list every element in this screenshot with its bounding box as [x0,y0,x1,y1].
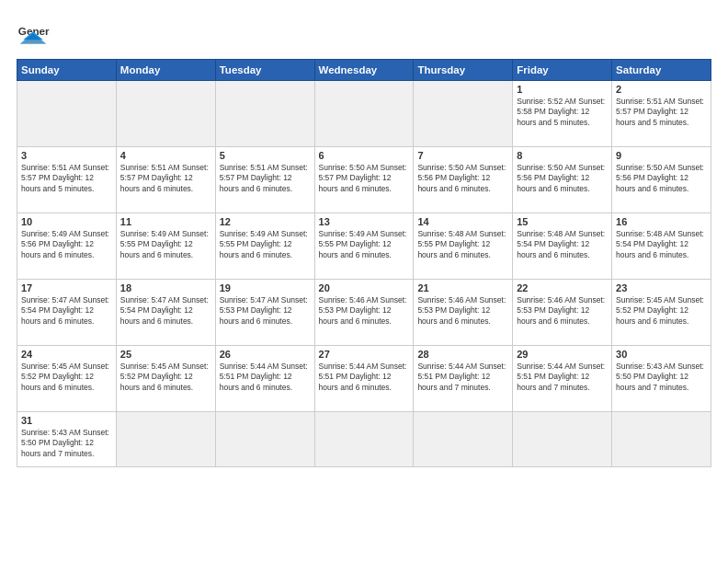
day-info: Sunrise: 5:43 AM Sunset: 5:50 PM Dayligh… [616,362,707,393]
calendar-cell: 31Sunrise: 5:43 AM Sunset: 5:50 PM Dayli… [17,412,117,467]
logo: General [17,17,50,50]
calendar-cell: 27Sunrise: 5:44 AM Sunset: 5:51 PM Dayli… [314,346,414,412]
day-info: Sunrise: 5:50 AM Sunset: 5:56 PM Dayligh… [417,163,508,194]
day-info: Sunrise: 5:49 AM Sunset: 5:56 PM Dayligh… [21,229,112,260]
calendar-cell: 24Sunrise: 5:45 AM Sunset: 5:52 PM Dayli… [17,346,117,412]
calendar-cell [314,81,414,147]
day-info: Sunrise: 5:48 AM Sunset: 5:55 PM Dayligh… [417,229,508,260]
calendar-cell: 7Sunrise: 5:50 AM Sunset: 5:56 PM Daylig… [414,147,513,213]
calendar-cell [215,412,314,467]
day-number: 11 [120,216,211,227]
day-number: 27 [319,349,410,360]
day-info: Sunrise: 5:44 AM Sunset: 5:51 PM Dayligh… [517,362,608,393]
day-number: 25 [120,349,211,360]
calendar-cell: 6Sunrise: 5:50 AM Sunset: 5:57 PM Daylig… [314,147,414,213]
calendar-cell [116,81,215,147]
calendar-cell [17,81,117,147]
day-number: 22 [517,282,608,293]
calendar-cell: 1Sunrise: 5:52 AM Sunset: 5:58 PM Daylig… [513,81,612,147]
day-info: Sunrise: 5:44 AM Sunset: 5:51 PM Dayligh… [319,362,410,393]
day-info: Sunrise: 5:51 AM Sunset: 5:57 PM Dayligh… [21,163,112,194]
day-info: Sunrise: 5:46 AM Sunset: 5:53 PM Dayligh… [417,295,508,327]
day-number: 15 [517,216,608,227]
day-info: Sunrise: 5:50 AM Sunset: 5:56 PM Dayligh… [517,163,608,194]
day-info: Sunrise: 5:49 AM Sunset: 5:55 PM Dayligh… [220,229,311,260]
day-info: Sunrise: 5:47 AM Sunset: 5:54 PM Dayligh… [120,295,211,327]
day-info: Sunrise: 5:51 AM Sunset: 5:57 PM Dayligh… [220,163,311,194]
weekday-header-monday: Monday [116,60,215,81]
calendar-cell [612,412,711,467]
calendar-cell: 13Sunrise: 5:49 AM Sunset: 5:55 PM Dayli… [314,213,414,280]
calendar-cell: 22Sunrise: 5:46 AM Sunset: 5:53 PM Dayli… [513,280,612,346]
calendar-cell: 21Sunrise: 5:46 AM Sunset: 5:53 PM Dayli… [414,280,513,346]
calendar-cell: 28Sunrise: 5:44 AM Sunset: 5:51 PM Dayli… [414,346,513,412]
calendar-cell: 4Sunrise: 5:51 AM Sunset: 5:57 PM Daylig… [116,147,215,213]
calendar-cell: 18Sunrise: 5:47 AM Sunset: 5:54 PM Dayli… [116,280,215,346]
calendar-cell: 26Sunrise: 5:44 AM Sunset: 5:51 PM Dayli… [215,346,314,412]
calendar-cell: 17Sunrise: 5:47 AM Sunset: 5:54 PM Dayli… [17,280,117,346]
weekday-header-tuesday: Tuesday [215,60,314,81]
calendar-cell: 15Sunrise: 5:48 AM Sunset: 5:54 PM Dayli… [513,213,612,280]
calendar-cell: 9Sunrise: 5:50 AM Sunset: 5:56 PM Daylig… [612,147,711,213]
calendar-cell: 8Sunrise: 5:50 AM Sunset: 5:56 PM Daylig… [513,147,612,213]
day-info: Sunrise: 5:49 AM Sunset: 5:55 PM Dayligh… [120,229,211,260]
day-number: 21 [417,282,508,293]
calendar-cell: 23Sunrise: 5:45 AM Sunset: 5:52 PM Dayli… [612,280,711,346]
weekday-header-sunday: Sunday [17,60,117,81]
day-info: Sunrise: 5:48 AM Sunset: 5:54 PM Dayligh… [517,229,608,260]
page: General SundayMondayTuesdayWednesdayThur… [0,0,728,563]
day-info: Sunrise: 5:46 AM Sunset: 5:53 PM Dayligh… [517,295,608,327]
calendar-cell [116,412,215,467]
day-info: Sunrise: 5:47 AM Sunset: 5:54 PM Dayligh… [21,295,112,327]
day-info: Sunrise: 5:46 AM Sunset: 5:53 PM Dayligh… [319,295,410,327]
day-number: 26 [220,349,311,360]
day-number: 9 [616,150,707,161]
day-info: Sunrise: 5:45 AM Sunset: 5:52 PM Dayligh… [21,362,112,393]
day-number: 6 [319,150,410,161]
day-number: 4 [120,150,211,161]
calendar-table: SundayMondayTuesdayWednesdayThursdayFrid… [17,59,711,467]
day-number: 24 [21,349,112,360]
day-info: Sunrise: 5:50 AM Sunset: 5:57 PM Dayligh… [319,163,410,194]
weekday-header-friday: Friday [513,60,612,81]
calendar-row: 17Sunrise: 5:47 AM Sunset: 5:54 PM Dayli… [17,280,711,346]
day-number: 29 [517,349,608,360]
day-number: 16 [616,216,707,227]
calendar-cell: 5Sunrise: 5:51 AM Sunset: 5:57 PM Daylig… [215,147,314,213]
day-number: 28 [417,349,508,360]
calendar-cell: 19Sunrise: 5:47 AM Sunset: 5:53 PM Dayli… [215,280,314,346]
day-info: Sunrise: 5:51 AM Sunset: 5:57 PM Dayligh… [616,97,707,128]
calendar-cell: 12Sunrise: 5:49 AM Sunset: 5:55 PM Dayli… [215,213,314,280]
day-number: 14 [417,216,508,227]
day-info: Sunrise: 5:51 AM Sunset: 5:57 PM Dayligh… [120,163,211,194]
day-number: 17 [21,282,112,293]
day-info: Sunrise: 5:45 AM Sunset: 5:52 PM Dayligh… [616,295,707,327]
generalblue-icon: General [17,17,50,50]
calendar-row: 1Sunrise: 5:52 AM Sunset: 5:58 PM Daylig… [17,81,711,147]
calendar-cell: 25Sunrise: 5:45 AM Sunset: 5:52 PM Dayli… [116,346,215,412]
day-number: 18 [120,282,211,293]
day-number: 7 [417,150,508,161]
header: General [17,17,711,50]
calendar-cell [215,81,314,147]
day-info: Sunrise: 5:49 AM Sunset: 5:55 PM Dayligh… [319,229,410,260]
day-info: Sunrise: 5:44 AM Sunset: 5:51 PM Dayligh… [417,362,508,393]
calendar-row: 24Sunrise: 5:45 AM Sunset: 5:52 PM Dayli… [17,346,711,412]
day-info: Sunrise: 5:44 AM Sunset: 5:51 PM Dayligh… [220,362,311,393]
calendar-cell [513,412,612,467]
day-number: 12 [220,216,311,227]
calendar-cell: 20Sunrise: 5:46 AM Sunset: 5:53 PM Dayli… [314,280,414,346]
day-number: 8 [517,150,608,161]
calendar-cell [314,412,414,467]
calendar-row: 3Sunrise: 5:51 AM Sunset: 5:57 PM Daylig… [17,147,711,213]
day-number: 1 [517,84,608,95]
day-number: 13 [319,216,410,227]
calendar-cell: 2Sunrise: 5:51 AM Sunset: 5:57 PM Daylig… [612,81,711,147]
day-number: 30 [616,349,707,360]
calendar-cell: 10Sunrise: 5:49 AM Sunset: 5:56 PM Dayli… [17,213,117,280]
day-number: 10 [21,216,112,227]
calendar-row: 31Sunrise: 5:43 AM Sunset: 5:50 PM Dayli… [17,412,711,467]
day-info: Sunrise: 5:52 AM Sunset: 5:58 PM Dayligh… [517,97,608,128]
day-number: 3 [21,150,112,161]
day-info: Sunrise: 5:43 AM Sunset: 5:50 PM Dayligh… [21,428,112,459]
